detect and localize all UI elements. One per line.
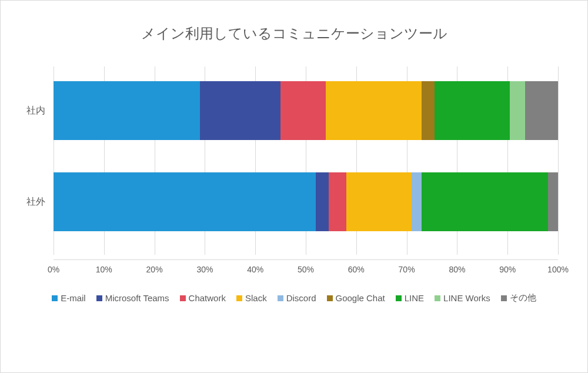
bar-segment: [326, 81, 422, 140]
legend-swatch: [278, 295, 283, 301]
chart-container: メイン利用しているコミュニケーションツール 社内社外 0%10%20%30%40…: [0, 0, 588, 373]
x-tick-label: 0%: [48, 265, 59, 274]
bars-group: 社内社外: [54, 66, 558, 255]
legend-label: LINE Works: [443, 293, 490, 303]
legend-label: その他: [510, 292, 536, 304]
bar-segment: [435, 81, 510, 140]
legend-swatch: [501, 295, 507, 301]
legend-label: Slack: [245, 293, 267, 303]
legend-swatch: [52, 295, 58, 301]
legend: E-mailMicrosoft TeamsChatworkSlackDiscor…: [12, 292, 576, 304]
legend-swatch: [236, 295, 242, 301]
legend-label: LINE: [405, 293, 424, 303]
legend-swatch: [435, 295, 440, 301]
legend-item: E-mail: [52, 292, 86, 304]
bar-segment: [200, 81, 280, 140]
legend-label: Microsoft Teams: [105, 293, 169, 303]
legend-label: Google Chat: [336, 293, 385, 303]
category-label: 社外: [26, 196, 45, 208]
legend-swatch: [96, 295, 102, 301]
legend-item: Google Chat: [327, 292, 385, 304]
x-tick-label: 50%: [298, 265, 314, 274]
legend-item: Slack: [236, 292, 267, 304]
bar-segment: [316, 172, 328, 231]
x-tick-label: 20%: [146, 265, 163, 274]
legend-swatch: [180, 295, 186, 301]
x-tick-label: 10%: [96, 265, 112, 274]
bar-segment: [346, 172, 412, 231]
bar-row: 社外: [54, 172, 558, 231]
legend-item: Chatwork: [180, 292, 226, 304]
legend-label: Discord: [286, 293, 316, 303]
legend-swatch: [396, 295, 402, 301]
x-tick-label: 90%: [499, 265, 516, 274]
legend-item: Discord: [278, 292, 316, 304]
legend-item: その他: [501, 292, 536, 304]
x-tick-label: 30%: [196, 265, 213, 274]
category-label: 社内: [26, 105, 45, 117]
bar-segment: [548, 172, 558, 231]
bar-segment: [280, 81, 326, 140]
gridline: [558, 66, 559, 255]
legend-label: Chatwork: [189, 293, 226, 303]
chart-title: メイン利用しているコミュニケーションツール: [12, 24, 576, 43]
legend-swatch: [327, 295, 333, 301]
x-tick-label: 80%: [449, 265, 465, 274]
bar-segment: [54, 81, 200, 140]
x-tick-label: 40%: [247, 265, 263, 274]
bar-segment: [422, 172, 548, 231]
x-tick-label: 70%: [399, 265, 415, 274]
legend-item: LINE: [396, 292, 424, 304]
legend-item: Microsoft Teams: [96, 292, 169, 304]
x-tick-label: 100%: [547, 265, 569, 274]
legend-label: E-mail: [61, 293, 86, 303]
bar-segment: [54, 172, 316, 231]
plot-area: 社内社外: [54, 66, 558, 255]
bar-segment: [412, 172, 422, 231]
bar-segment: [525, 81, 558, 140]
bar-row: 社内: [54, 81, 558, 140]
bar-segment: [422, 81, 434, 140]
bar-segment: [510, 81, 525, 140]
x-tick-label: 60%: [348, 265, 365, 274]
legend-item: LINE Works: [435, 292, 490, 304]
x-axis: 0%10%20%30%40%50%60%70%80%90%100%: [54, 259, 558, 277]
bar-segment: [329, 172, 346, 231]
